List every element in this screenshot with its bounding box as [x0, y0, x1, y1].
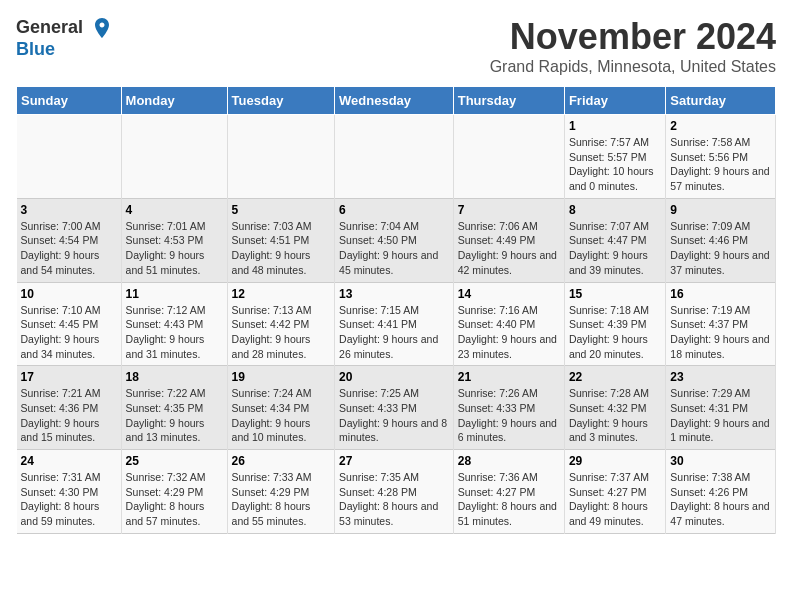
day-info: Sunrise: 7:58 AMSunset: 5:56 PMDaylight:… [670, 135, 771, 194]
calendar-cell: 18Sunrise: 7:22 AMSunset: 4:35 PMDayligh… [121, 366, 227, 450]
day-number: 3 [21, 203, 117, 217]
calendar-table: SundayMondayTuesdayWednesdayThursdayFrid… [16, 86, 776, 534]
calendar-cell [453, 115, 564, 199]
day-info: Sunrise: 7:29 AMSunset: 4:31 PMDaylight:… [670, 386, 771, 445]
day-info: Sunrise: 7:57 AMSunset: 5:57 PMDaylight:… [569, 135, 661, 194]
col-header-thursday: Thursday [453, 87, 564, 115]
calendar-cell: 25Sunrise: 7:32 AMSunset: 4:29 PMDayligh… [121, 450, 227, 534]
calendar-cell: 24Sunrise: 7:31 AMSunset: 4:30 PMDayligh… [17, 450, 122, 534]
day-info: Sunrise: 7:09 AMSunset: 4:46 PMDaylight:… [670, 219, 771, 278]
col-header-saturday: Saturday [666, 87, 776, 115]
day-info: Sunrise: 7:07 AMSunset: 4:47 PMDaylight:… [569, 219, 661, 278]
title-section: November 2024 Grand Rapids, Minnesota, U… [490, 16, 776, 76]
day-number: 14 [458, 287, 560, 301]
calendar-cell: 23Sunrise: 7:29 AMSunset: 4:31 PMDayligh… [666, 366, 776, 450]
calendar-cell: 13Sunrise: 7:15 AMSunset: 4:41 PMDayligh… [335, 282, 454, 366]
logo-blue: Blue [16, 39, 55, 59]
calendar-cell: 5Sunrise: 7:03 AMSunset: 4:51 PMDaylight… [227, 198, 334, 282]
calendar-cell: 8Sunrise: 7:07 AMSunset: 4:47 PMDaylight… [564, 198, 665, 282]
calendar-cell: 15Sunrise: 7:18 AMSunset: 4:39 PMDayligh… [564, 282, 665, 366]
day-info: Sunrise: 7:06 AMSunset: 4:49 PMDaylight:… [458, 219, 560, 278]
day-number: 28 [458, 454, 560, 468]
day-info: Sunrise: 7:33 AMSunset: 4:29 PMDaylight:… [232, 470, 330, 529]
day-info: Sunrise: 7:38 AMSunset: 4:26 PMDaylight:… [670, 470, 771, 529]
day-info: Sunrise: 7:04 AMSunset: 4:50 PMDaylight:… [339, 219, 449, 278]
day-number: 27 [339, 454, 449, 468]
calendar-cell: 1Sunrise: 7:57 AMSunset: 5:57 PMDaylight… [564, 115, 665, 199]
day-number: 20 [339, 370, 449, 384]
day-info: Sunrise: 7:25 AMSunset: 4:33 PMDaylight:… [339, 386, 449, 445]
day-number: 4 [126, 203, 223, 217]
day-number: 17 [21, 370, 117, 384]
day-info: Sunrise: 7:01 AMSunset: 4:53 PMDaylight:… [126, 219, 223, 278]
day-number: 18 [126, 370, 223, 384]
col-header-friday: Friday [564, 87, 665, 115]
calendar-cell: 16Sunrise: 7:19 AMSunset: 4:37 PMDayligh… [666, 282, 776, 366]
day-number: 11 [126, 287, 223, 301]
calendar-cell: 22Sunrise: 7:28 AMSunset: 4:32 PMDayligh… [564, 366, 665, 450]
calendar-cell: 12Sunrise: 7:13 AMSunset: 4:42 PMDayligh… [227, 282, 334, 366]
day-number: 12 [232, 287, 330, 301]
main-title: November 2024 [490, 16, 776, 58]
day-info: Sunrise: 7:21 AMSunset: 4:36 PMDaylight:… [21, 386, 117, 445]
calendar-cell: 26Sunrise: 7:33 AMSunset: 4:29 PMDayligh… [227, 450, 334, 534]
day-number: 23 [670, 370, 771, 384]
calendar-cell [121, 115, 227, 199]
day-number: 21 [458, 370, 560, 384]
day-number: 2 [670, 119, 771, 133]
calendar-cell: 7Sunrise: 7:06 AMSunset: 4:49 PMDaylight… [453, 198, 564, 282]
day-number: 26 [232, 454, 330, 468]
day-info: Sunrise: 7:28 AMSunset: 4:32 PMDaylight:… [569, 386, 661, 445]
day-info: Sunrise: 7:12 AMSunset: 4:43 PMDaylight:… [126, 303, 223, 362]
calendar-cell: 14Sunrise: 7:16 AMSunset: 4:40 PMDayligh… [453, 282, 564, 366]
subtitle: Grand Rapids, Minnesota, United States [490, 58, 776, 76]
day-info: Sunrise: 7:16 AMSunset: 4:40 PMDaylight:… [458, 303, 560, 362]
day-info: Sunrise: 7:35 AMSunset: 4:28 PMDaylight:… [339, 470, 449, 529]
col-header-tuesday: Tuesday [227, 87, 334, 115]
day-number: 22 [569, 370, 661, 384]
day-info: Sunrise: 7:22 AMSunset: 4:35 PMDaylight:… [126, 386, 223, 445]
day-number: 25 [126, 454, 223, 468]
col-header-sunday: Sunday [17, 87, 122, 115]
day-info: Sunrise: 7:37 AMSunset: 4:27 PMDaylight:… [569, 470, 661, 529]
calendar-cell: 17Sunrise: 7:21 AMSunset: 4:36 PMDayligh… [17, 366, 122, 450]
day-number: 30 [670, 454, 771, 468]
day-number: 9 [670, 203, 771, 217]
day-info: Sunrise: 7:03 AMSunset: 4:51 PMDaylight:… [232, 219, 330, 278]
calendar-cell: 30Sunrise: 7:38 AMSunset: 4:26 PMDayligh… [666, 450, 776, 534]
calendar-cell: 21Sunrise: 7:26 AMSunset: 4:33 PMDayligh… [453, 366, 564, 450]
day-info: Sunrise: 7:19 AMSunset: 4:37 PMDaylight:… [670, 303, 771, 362]
col-header-monday: Monday [121, 87, 227, 115]
calendar-cell [227, 115, 334, 199]
calendar-cell: 2Sunrise: 7:58 AMSunset: 5:56 PMDaylight… [666, 115, 776, 199]
day-number: 13 [339, 287, 449, 301]
day-number: 24 [21, 454, 117, 468]
calendar-cell [17, 115, 122, 199]
day-number: 16 [670, 287, 771, 301]
day-info: Sunrise: 7:00 AMSunset: 4:54 PMDaylight:… [21, 219, 117, 278]
logo-general: General [16, 17, 83, 37]
day-info: Sunrise: 7:15 AMSunset: 4:41 PMDaylight:… [339, 303, 449, 362]
calendar-cell: 3Sunrise: 7:00 AMSunset: 4:54 PMDaylight… [17, 198, 122, 282]
day-info: Sunrise: 7:32 AMSunset: 4:29 PMDaylight:… [126, 470, 223, 529]
day-number: 8 [569, 203, 661, 217]
day-info: Sunrise: 7:36 AMSunset: 4:27 PMDaylight:… [458, 470, 560, 529]
col-header-wednesday: Wednesday [335, 87, 454, 115]
calendar-cell: 10Sunrise: 7:10 AMSunset: 4:45 PMDayligh… [17, 282, 122, 366]
calendar-cell: 11Sunrise: 7:12 AMSunset: 4:43 PMDayligh… [121, 282, 227, 366]
day-info: Sunrise: 7:24 AMSunset: 4:34 PMDaylight:… [232, 386, 330, 445]
day-info: Sunrise: 7:31 AMSunset: 4:30 PMDaylight:… [21, 470, 117, 529]
day-number: 6 [339, 203, 449, 217]
day-number: 15 [569, 287, 661, 301]
calendar-cell: 9Sunrise: 7:09 AMSunset: 4:46 PMDaylight… [666, 198, 776, 282]
day-number: 1 [569, 119, 661, 133]
calendar-cell: 4Sunrise: 7:01 AMSunset: 4:53 PMDaylight… [121, 198, 227, 282]
calendar-cell: 27Sunrise: 7:35 AMSunset: 4:28 PMDayligh… [335, 450, 454, 534]
day-number: 10 [21, 287, 117, 301]
day-info: Sunrise: 7:18 AMSunset: 4:39 PMDaylight:… [569, 303, 661, 362]
day-info: Sunrise: 7:26 AMSunset: 4:33 PMDaylight:… [458, 386, 560, 445]
calendar-cell: 20Sunrise: 7:25 AMSunset: 4:33 PMDayligh… [335, 366, 454, 450]
day-number: 5 [232, 203, 330, 217]
day-info: Sunrise: 7:13 AMSunset: 4:42 PMDaylight:… [232, 303, 330, 362]
day-info: Sunrise: 7:10 AMSunset: 4:45 PMDaylight:… [21, 303, 117, 362]
